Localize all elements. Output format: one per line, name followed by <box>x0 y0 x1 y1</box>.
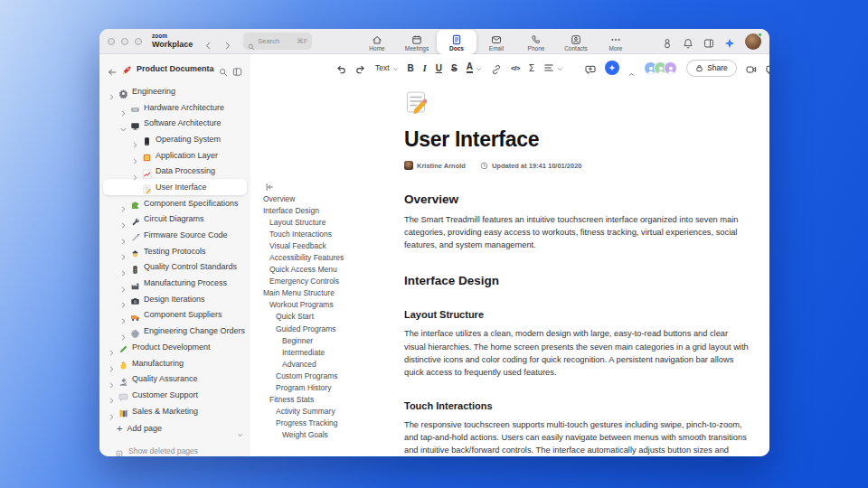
chevron-down-icon[interactable] <box>120 120 127 127</box>
redo-icon[interactable] <box>355 62 366 73</box>
list-format-dropdown[interactable] <box>543 62 563 73</box>
outline-item-activity-summary[interactable]: Activity Summary <box>263 406 401 418</box>
paragraph-touch-interactions[interactable]: The responsive touchscreen supports mult… <box>404 418 750 456</box>
author-chip[interactable]: Kristine Arnold <box>404 161 466 170</box>
back-chevron-icon[interactable] <box>204 37 212 45</box>
forward-chevron-icon[interactable] <box>223 37 231 45</box>
page-content[interactable]: User Interface Kristine Arnold Updated a… <box>404 90 750 456</box>
heading-layout-structure[interactable]: Layout Structure <box>404 309 750 320</box>
workspace-title[interactable]: Product Documenta... <box>137 64 214 73</box>
sidebar-item-hardware-architecture[interactable]: Hardware Architecture <box>103 99 247 116</box>
chevron-right-icon[interactable] <box>120 200 127 206</box>
notifications-bell-icon[interactable] <box>683 36 693 47</box>
tab-more[interactable]: More <box>596 30 636 54</box>
code-icon[interactable]: </> <box>511 64 520 72</box>
back-arrow-icon[interactable] <box>108 64 117 73</box>
clips-icon[interactable] <box>662 36 673 47</box>
chevron-right-icon[interactable] <box>120 264 127 270</box>
sidebar-search-icon[interactable] <box>219 64 228 73</box>
paragraph-overview[interactable]: The Smart Treadmill features an intuitiv… <box>404 213 750 251</box>
chevron-right-icon[interactable] <box>108 88 115 94</box>
sidebar-item-manufacturing[interactable]: Manufacturing <box>103 355 247 371</box>
tab-meetings[interactable]: Meetings <box>397 30 437 54</box>
outline-item-quick-access-menu[interactable]: Quick Access Menu <box>263 264 401 276</box>
sidebar-item-engineering[interactable]: Engineering <box>103 83 247 99</box>
sidebar-item-data-processing[interactable]: Data Processing <box>103 163 247 179</box>
outline-item-accessibility-features[interactable]: Accessibility Features <box>263 251 401 263</box>
tab-contacts[interactable]: Contacts <box>556 30 596 54</box>
user-avatar[interactable] <box>745 33 761 50</box>
chevron-right-icon[interactable] <box>120 312 127 318</box>
equation-icon[interactable]: Σ <box>529 63 534 73</box>
sidebar-item-testing-protocols[interactable]: Testing Protocols <box>103 243 247 259</box>
outline-item-visual-feedback[interactable]: Visual Feedback <box>263 239 401 251</box>
outline-item-main-menu-structure[interactable]: Main Menu Structure <box>263 287 401 299</box>
sidebar-item-component-specifications[interactable]: Component Specifications <box>103 195 247 211</box>
show-deleted-pages-button[interactable]: Show deleted pages <box>107 443 243 456</box>
outline-item-interface-design[interactable]: Interface Design <box>263 204 401 216</box>
sidebar-item-engineering-change-orders[interactable]: Engineering Change Orders <box>103 323 247 339</box>
chevron-right-icon[interactable] <box>120 232 127 239</box>
collapse-outline-icon[interactable] <box>265 179 274 188</box>
paragraph-layout-structure[interactable]: The interface utilizes a clean, modern d… <box>404 327 750 379</box>
ai-sparkle-icon[interactable] <box>724 36 735 47</box>
chevron-right-icon[interactable] <box>132 136 138 142</box>
outline-item-advanced[interactable]: Advanced <box>263 358 401 370</box>
text-color-dropdown[interactable]: A <box>467 62 482 74</box>
chevron-right-icon[interactable] <box>108 408 115 414</box>
outline-item-guided-programs[interactable]: Guided Programs <box>263 323 401 334</box>
sidebar-item-manufacturing-process[interactable]: Manufacturing Process <box>103 275 247 291</box>
chevron-right-icon[interactable] <box>108 343 115 350</box>
maximize-window-button[interactable] <box>135 38 142 45</box>
tab-email[interactable]: Email <box>476 30 516 54</box>
chevron-down-icon[interactable] <box>237 426 243 432</box>
outline-item-weight-goals[interactable]: Weight Goals <box>263 429 401 441</box>
tab-phone[interactable]: Phone <box>516 30 556 54</box>
sidebar-item-component-suppliers[interactable]: Component Suppliers <box>103 307 247 324</box>
outline-item-overview[interactable]: Overview <box>263 192 401 204</box>
outline-item-fitness-stats[interactable]: Fitness Stats <box>263 394 401 406</box>
sidebar-item-application-layer[interactable]: Application Layer <box>103 147 247 164</box>
minimize-window-button[interactable] <box>121 38 128 45</box>
collaborator-avatars[interactable] <box>644 61 677 75</box>
sidebar-item-software-architecture[interactable]: Software Architecture <box>103 115 247 131</box>
sidebar-item-operating-system[interactable]: Operating System <box>103 131 247 147</box>
outline-item-intermediate[interactable]: Intermediate <box>263 346 401 358</box>
add-page-button[interactable]: + Add page <box>107 420 243 436</box>
sidebar-item-circuit-diagrams[interactable]: Circuit Diagrams <box>103 211 247 228</box>
chevron-right-icon[interactable] <box>120 248 127 254</box>
chevron-right-icon[interactable] <box>108 360 115 366</box>
collapse-toolbar-icon[interactable] <box>628 65 635 71</box>
sidebar-item-user-interface[interactable]: User Interface <box>103 179 247 195</box>
sidebar-item-design-iterations[interactable]: Design Iterations <box>103 291 247 307</box>
sidebar-item-sales-marketing[interactable]: Sales & Marketing <box>103 403 247 419</box>
heading-touch-interactions[interactable]: Touch Interactions <box>404 400 750 411</box>
undo-icon[interactable] <box>335 62 346 73</box>
heading-interface-design[interactable]: Interface Design <box>404 274 750 287</box>
sidebar-item-quality-control-standards[interactable]: Quality Control Standards <box>103 259 247 276</box>
chat-bubble-icon[interactable] <box>766 62 769 73</box>
sidebar-item-quality-assurance[interactable]: Quality Assurance <box>103 371 247 387</box>
page-emoji-memo-icon[interactable] <box>404 90 428 114</box>
panel-toggle-icon[interactable] <box>703 36 714 47</box>
tab-home[interactable]: Home <box>357 30 397 54</box>
page-title[interactable]: User Interface <box>404 127 750 152</box>
close-window-button[interactable] <box>108 38 115 45</box>
chevron-right-icon[interactable] <box>120 216 127 222</box>
sidebar-item-firmware-source-code[interactable]: Firmware Source Code <box>103 227 247 243</box>
outline-item-progress-tracking[interactable]: Progress Tracking <box>263 418 401 429</box>
add-comment-icon[interactable] <box>585 62 596 73</box>
sidebar-item-customer-support[interactable]: Customer Support <box>103 387 247 403</box>
underline-button[interactable]: U <box>436 63 442 73</box>
ai-companion-button[interactable] <box>605 61 619 75</box>
chevron-right-icon[interactable] <box>120 296 127 302</box>
sidebar-item-product-development[interactable]: Product Development <box>103 339 247 355</box>
outline-item-emergency-controls[interactable]: Emergency Controls <box>263 276 401 287</box>
global-search-input[interactable]: Search ⌘F <box>243 33 312 50</box>
outline-item-program-history[interactable]: Program History <box>263 382 401 394</box>
outline-item-layout-structure[interactable]: Layout Structure <box>263 216 401 228</box>
outline-item-custom-programs[interactable]: Custom Programs <box>263 370 401 381</box>
chevron-right-icon[interactable] <box>120 104 127 110</box>
outline-item-quick-start[interactable]: Quick Start <box>263 311 401 323</box>
outline-item-beginner[interactable]: Beginner <box>263 334 401 346</box>
